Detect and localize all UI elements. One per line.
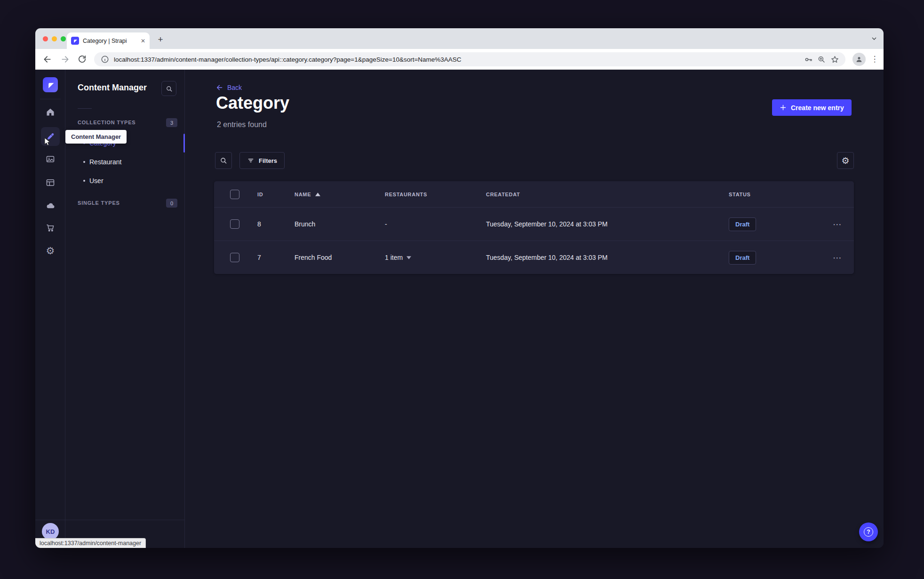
column-header-restaurants: RESTAURANTS [385, 192, 486, 197]
single-types-count-badge: 0 [166, 199, 177, 208]
arrow-left-icon [216, 84, 223, 91]
url-bar[interactable]: localhost:1337/admin/content-manager/col… [94, 52, 845, 66]
password-key-icon[interactable] [804, 55, 812, 64]
main-content: Back Category 2 entries found Create new… [185, 70, 884, 548]
browser-window: Category | Strapi ✕ + local [35, 28, 884, 548]
nav-settings-icon[interactable]: ⚙ [41, 241, 60, 260]
status-badge: Draft [729, 251, 756, 265]
filters-label: Filters [259, 157, 277, 164]
browser-profile-avatar[interactable] [852, 53, 866, 66]
collection-types-section: COLLECTION TYPES 3 [65, 117, 185, 129]
collection-types-label: COLLECTION TYPES [78, 120, 135, 125]
collection-types-count-badge: 3 [166, 118, 177, 127]
close-window-button[interactable] [43, 36, 48, 41]
nav-content-type-builder-icon[interactable] [41, 173, 60, 192]
select-all-checkbox[interactable] [230, 190, 239, 199]
window-controls [43, 36, 66, 41]
subnav-search-button[interactable] [161, 81, 176, 96]
cell-id: 8 [257, 220, 295, 228]
nav-media-library-icon[interactable] [41, 150, 60, 169]
status-badge: Draft [729, 217, 756, 231]
subnav-item-label: Restaurant [89, 158, 121, 166]
bookmark-star-icon[interactable] [830, 55, 839, 64]
column-header-status: STATUS [729, 192, 821, 197]
plus-icon [780, 104, 787, 111]
list-toolbar: Filters ⚙ [185, 152, 884, 169]
column-header-createdat: CREATEDAT [486, 192, 729, 197]
subnav-item-restaurant[interactable]: Restaurant [65, 153, 184, 171]
subnav-item-user[interactable]: User [65, 171, 184, 190]
nav-home-icon[interactable] [41, 103, 60, 121]
gear-icon: ⚙ [841, 156, 849, 165]
help-button[interactable]: ? [859, 523, 878, 541]
column-header-name[interactable]: NAME [295, 192, 385, 197]
row-checkbox[interactable] [230, 219, 239, 229]
row-checkbox[interactable] [230, 253, 239, 262]
minimize-window-button[interactable] [52, 36, 57, 41]
relation-count: 1 item [385, 254, 403, 261]
entries-count: 2 entries found [217, 121, 267, 129]
browser-forward-icon[interactable] [60, 55, 70, 64]
cell-name: Brunch [295, 220, 385, 228]
search-entries-button[interactable] [215, 152, 232, 169]
entries-table: ID NAME RESTAURANTS CREATEDAT STATUS [214, 181, 854, 274]
cell-createdat: Tuesday, September 10, 2024 at 3:03 PM [486, 254, 729, 261]
subnav-divider [78, 108, 92, 109]
view-settings-button[interactable]: ⚙ [837, 152, 854, 169]
browser-toolbar: localhost:1337/admin/content-manager/col… [35, 49, 884, 70]
caret-down-icon [406, 256, 411, 259]
zoom-page-icon[interactable] [817, 55, 826, 64]
cell-name: French Food [295, 254, 385, 261]
tab-search-chevron-icon[interactable] [870, 35, 878, 42]
cell-restaurants: - [385, 220, 486, 228]
filters-button[interactable]: Filters [239, 152, 285, 169]
fullscreen-window-button[interactable] [61, 36, 66, 41]
mouse-cursor [44, 137, 52, 146]
desktop: Category | Strapi ✕ + local [0, 0, 924, 579]
url-text: localhost:1337/admin/content-manager/col… [114, 56, 799, 63]
cell-id: 7 [257, 254, 295, 261]
user-avatar[interactable]: KD [42, 523, 59, 540]
strapi-favicon-icon [71, 37, 79, 45]
bullet-icon [83, 180, 85, 182]
page-title: Category [216, 93, 289, 113]
single-types-label: SINGLE TYPES [78, 200, 120, 206]
gear-icon: ⚙ [46, 246, 55, 256]
tab-close-icon[interactable]: ✕ [141, 38, 145, 44]
content-manager-tooltip: Content Manager [65, 130, 127, 144]
table-row[interactable]: 8 Brunch - Tuesday, September 10, 2024 a… [214, 208, 854, 241]
browser-refresh-icon[interactable] [78, 55, 87, 64]
column-header-id[interactable]: ID [257, 192, 295, 197]
new-tab-button[interactable]: + [154, 33, 167, 46]
create-new-entry-button[interactable]: Create new entry [772, 99, 852, 116]
tab-strip: Category | Strapi ✕ + [35, 28, 884, 49]
filter-icon [247, 157, 255, 164]
bullet-icon [83, 161, 85, 163]
sort-ascending-icon [315, 193, 320, 196]
browser-menu-icon[interactable]: ⋮ [869, 53, 880, 65]
strapi-admin: ⚙ KD Content Manager COLLECTION TYPES 3 [35, 70, 884, 548]
subnav-item-label: User [89, 177, 104, 185]
browser-tab[interactable]: Category | Strapi ✕ [67, 32, 150, 49]
cell-createdat: Tuesday, September 10, 2024 at 3:03 PM [486, 220, 729, 228]
single-types-section: SINGLE TYPES 0 [65, 198, 185, 209]
create-new-entry-label: Create new entry [791, 104, 844, 112]
table-header-row: ID NAME RESTAURANTS CREATEDAT STATUS [214, 181, 854, 208]
strapi-logo[interactable] [43, 77, 58, 92]
link-status-bubble: localhost:1337/admin/content-manager [35, 538, 146, 548]
question-mark-icon: ? [864, 527, 873, 537]
page-info-icon[interactable] [101, 55, 109, 64]
row-actions-menu-icon[interactable]: ⋯ [833, 220, 842, 229]
subnav-title: Content Manager [78, 83, 147, 93]
nav-cloud-icon[interactable] [41, 196, 60, 215]
nav-marketplace-icon[interactable] [41, 218, 60, 237]
browser-back-icon[interactable] [43, 55, 52, 64]
rail-divider [40, 99, 61, 99]
back-label: Back [227, 84, 242, 91]
cell-restaurants[interactable]: 1 item [385, 254, 486, 261]
row-actions-menu-icon[interactable]: ⋯ [833, 253, 842, 262]
table-row[interactable]: 7 French Food 1 item Tuesday, September … [214, 241, 854, 274]
back-link[interactable]: Back [216, 84, 242, 91]
tab-title: Category | Strapi [83, 38, 137, 44]
